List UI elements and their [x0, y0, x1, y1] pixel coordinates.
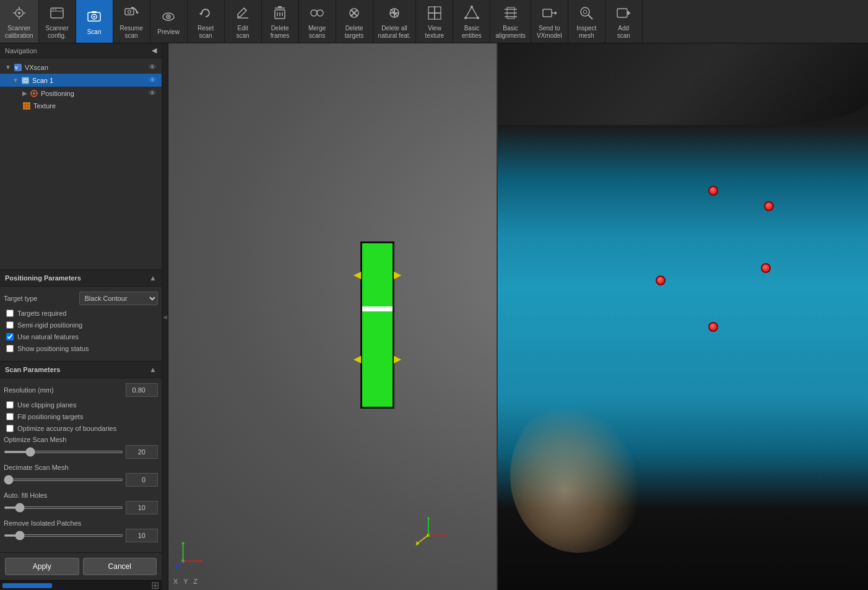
vxscan-icon: V [14, 63, 22, 72]
toolbar-btn-send-to-vxmodel[interactable]: Send toVXmodel [531, 0, 568, 43]
texture-icon [22, 102, 31, 110]
svg-point-30 [317, 10, 323, 16]
svg-point-8 [53, 9, 54, 11]
remove-isolated-slider[interactable] [4, 534, 123, 537]
natural-features-checkbox[interactable] [6, 333, 14, 341]
decimate-mesh-input[interactable] [126, 473, 158, 487]
positioning-label: Positioning [41, 90, 74, 97]
fill-holes-input[interactable] [126, 501, 158, 514]
svg-rect-39 [435, 7, 441, 13]
fill-targets-checkbox[interactable] [6, 413, 14, 420]
add-scan-label: Addscan [617, 25, 630, 40]
red-dot-2 [764, 201, 774, 211]
toolbar-btn-scanner-config[interactable]: Scannerconfig. [39, 0, 76, 43]
optimize-mesh-controls [4, 445, 158, 459]
remove-isolated-controls [4, 529, 158, 542]
toolbar-btn-add-scan[interactable]: Addscan [605, 0, 643, 43]
toolbar-btn-edit-scan[interactable]: Editscan [225, 0, 262, 43]
toolbar-btn-merge-scans[interactable]: Mergescans [299, 0, 336, 43]
svg-marker-52 [555, 11, 557, 15]
positioning-eye-icon[interactable]: 👁 [149, 89, 157, 98]
toolbar-btn-scanner-calibration[interactable]: Scannercalibration [0, 0, 39, 43]
clipping-planes-checkbox[interactable] [6, 401, 14, 409]
toolbar-btn-preview[interactable]: Preview [150, 0, 188, 43]
natural-features-row: Use natural features [4, 332, 158, 341]
remove-isolated-input[interactable] [126, 529, 158, 542]
apply-button[interactable]: Apply [5, 558, 79, 575]
scanner-calibration-label: Scannercalibration [5, 25, 33, 40]
svg-rect-40 [428, 13, 435, 19]
toolbar-btn-delete-targets[interactable]: Deletetargets [336, 0, 373, 43]
decimate-mesh-row: Decimate Scan Mesh [4, 464, 158, 487]
scan1-arrow-icon: ▼ [12, 77, 19, 84]
tree-item-positioning[interactable]: ▶ Positioning 👁 [0, 87, 162, 100]
positioning-params-body: Target type Black Contour White Contour … [0, 287, 162, 361]
svg-rect-6 [51, 8, 63, 18]
preview-label: Preview [157, 28, 180, 36]
toolbar-btn-resume-scan[interactable]: Resumescan [113, 0, 150, 43]
toolbar: Scannercalibration Scannerconfig. Scan [0, 0, 868, 43]
svg-rect-15 [125, 9, 134, 15]
scroll-bar-area: ⊞ [0, 580, 162, 590]
tree-item-scan1[interactable]: ▼ Scan 1 👁 [0, 74, 162, 87]
svg-point-45 [464, 17, 467, 19]
basic-entities-icon [462, 3, 482, 23]
scan-params-header[interactable]: Scan Parameters ▲ [0, 361, 162, 378]
semi-rigid-row: Semi-rigid positioning [4, 321, 158, 329]
scan-label: Scan [87, 28, 102, 36]
scan-gap [362, 306, 393, 311]
target-type-select[interactable]: Black Contour White Contour Dot targets [79, 292, 158, 305]
optimize-boundaries-row: Optimize accuracy of boundaries [4, 424, 158, 433]
scan-outer-frame: ◀ ▶ ◀ ▶ [360, 241, 394, 409]
toolbar-btn-basic-entities[interactable]: Basicentities [453, 0, 490, 43]
panel-divider[interactable]: ◀ [162, 43, 168, 590]
fill-holes-slider[interactable] [4, 506, 123, 509]
svg-rect-38 [428, 7, 435, 13]
svg-point-55 [583, 10, 587, 14]
targets-required-checkbox[interactable] [6, 310, 14, 317]
toolbar-btn-delete-frames[interactable]: Deleteframes [262, 0, 299, 43]
bottle-top [498, 43, 868, 125]
semi-rigid-checkbox[interactable] [6, 321, 14, 329]
toolbar-btn-delete-natural-feat[interactable]: Delete allnatural feat. [373, 0, 417, 43]
grid-view-icon[interactable]: ⊞ [151, 579, 159, 590]
optimize-mesh-input[interactable] [126, 445, 158, 459]
svg-marker-86 [181, 542, 184, 545]
svg-line-80 [418, 535, 428, 543]
bottom-buttons: Apply Cancel [0, 552, 162, 580]
bottle-scan [497, 43, 868, 590]
show-positioning-checkbox[interactable] [6, 345, 14, 352]
add-scan-icon [614, 3, 633, 23]
scan-params-title: Scan Parameters [5, 366, 60, 373]
toolbar-btn-inspect-mesh[interactable]: Inspectmesh [568, 0, 605, 43]
vxscan-eye-icon[interactable]: 👁 [149, 63, 157, 72]
tree-item-vxscan[interactable]: ▼ V VXscan 👁 [0, 61, 162, 74]
svg-marker-42 [466, 7, 478, 18]
inspect-mesh-icon [576, 3, 596, 23]
scan1-eye-icon[interactable]: 👁 [149, 76, 157, 85]
scan-preview: ◀ ▶ ◀ ▶ [360, 241, 394, 409]
targets-required-label: Targets required [17, 310, 67, 317]
toolbar-btn-basic-alignments[interactable]: Basicalignments [490, 0, 531, 43]
tree-item-texture[interactable]: Texture [0, 100, 162, 112]
svg-point-29 [311, 10, 317, 16]
toolbar-btn-reset-scan[interactable]: Resetscan [188, 0, 225, 43]
delete-frames-icon [270, 3, 290, 23]
optimize-boundaries-checkbox[interactable] [6, 425, 14, 432]
scroll-bar[interactable] [2, 583, 52, 588]
decimate-mesh-slider[interactable] [4, 479, 123, 481]
fill-targets-row: Fill positioning targets [4, 412, 158, 421]
reset-scan-icon [196, 3, 215, 23]
resolution-input[interactable] [126, 383, 158, 397]
collapse-panel-icon[interactable]: ◀ [152, 46, 157, 54]
optimize-mesh-slider[interactable] [4, 451, 123, 453]
semi-rigid-label: Semi-rigid positioning [17, 321, 82, 329]
svg-point-9 [55, 9, 56, 11]
navigation-title: Navigation [5, 47, 37, 54]
positioning-params-header[interactable]: Positioning Parameters ▲ [0, 269, 162, 287]
toolbar-btn-scan[interactable]: Scan [76, 0, 113, 43]
toolbar-btn-view-texture[interactable]: Viewtexture [416, 0, 453, 43]
viewport[interactable]: ◀ ▶ ◀ ▶ [168, 43, 868, 590]
cancel-button[interactable]: Cancel [83, 558, 157, 575]
positioning-arrow-icon: ▶ [22, 90, 27, 97]
